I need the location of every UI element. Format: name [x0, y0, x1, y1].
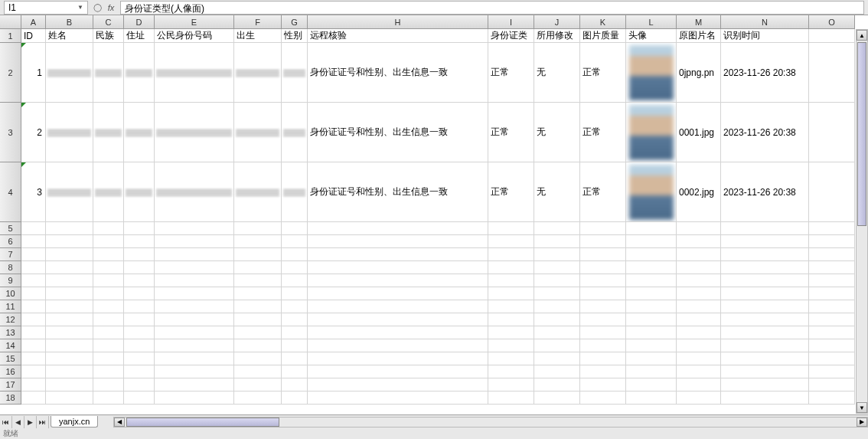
cell[interactable] — [809, 313, 855, 326]
cell[interactable] — [234, 235, 282, 248]
cell[interactable] — [234, 43, 282, 103]
cell[interactable]: 3 — [21, 162, 46, 222]
cell[interactable] — [721, 326, 809, 339]
cell[interactable]: 2023-11-26 20:38 — [721, 103, 809, 162]
cell[interactable]: 无 — [534, 103, 580, 162]
name-box[interactable]: I1 ▼ — [4, 1, 88, 15]
cell[interactable] — [155, 274, 234, 287]
cell[interactable] — [626, 313, 677, 326]
cell[interactable] — [93, 43, 124, 103]
cell[interactable] — [809, 326, 855, 339]
cell[interactable] — [282, 162, 308, 222]
column-header[interactable]: D — [124, 15, 155, 29]
cell[interactable] — [626, 378, 677, 391]
cell[interactable] — [534, 235, 580, 248]
cell[interactable] — [46, 222, 93, 235]
cell[interactable]: 图片质量 — [580, 29, 626, 43]
cell[interactable] — [234, 162, 282, 222]
cell[interactable]: 2023-11-26 20:38 — [721, 162, 809, 222]
row-header[interactable]: 7 — [0, 248, 21, 261]
cell[interactable] — [488, 365, 534, 378]
cell[interactable] — [580, 261, 626, 274]
scroll-left-arrow-icon[interactable]: ◀ — [114, 418, 125, 427]
cell[interactable]: 头像 — [626, 29, 677, 43]
cells-area[interactable]: ID姓名民族住址公民身份号码出生性别远程核验身份证类所用修改图片质量头像原图片名… — [21, 29, 855, 405]
cell[interactable] — [626, 248, 677, 261]
row-header[interactable]: 6 — [0, 235, 21, 248]
cell[interactable]: 2023-11-26 20:38 — [721, 43, 809, 103]
cell[interactable]: 正常 — [488, 162, 534, 222]
cell[interactable]: 无 — [534, 43, 580, 103]
cell[interactable] — [580, 313, 626, 326]
cell[interactable] — [21, 339, 46, 352]
cell[interactable] — [155, 352, 234, 365]
cell[interactable]: 1 — [21, 43, 46, 103]
cell[interactable] — [93, 162, 124, 222]
cell[interactable] — [809, 261, 855, 274]
cell[interactable] — [721, 391, 809, 405]
cell[interactable] — [677, 287, 721, 300]
cell[interactable] — [155, 222, 234, 235]
cell[interactable] — [234, 365, 282, 378]
cell[interactable] — [282, 287, 308, 300]
column-header[interactable]: M — [677, 15, 721, 29]
cell[interactable] — [677, 339, 721, 352]
column-header[interactable]: N — [721, 15, 809, 29]
cell[interactable] — [124, 235, 155, 248]
cell[interactable] — [234, 248, 282, 261]
cell[interactable] — [580, 391, 626, 405]
cell[interactable] — [809, 103, 855, 162]
cell[interactable] — [580, 339, 626, 352]
cell[interactable] — [308, 287, 488, 300]
cell[interactable] — [124, 103, 155, 162]
cell[interactable] — [124, 378, 155, 391]
cell[interactable]: 民族 — [93, 29, 124, 43]
cell[interactable] — [155, 300, 234, 313]
row-header[interactable]: 3 — [0, 103, 21, 162]
cell[interactable] — [534, 378, 580, 391]
cell[interactable] — [580, 248, 626, 261]
cell[interactable] — [124, 162, 155, 222]
cell[interactable] — [21, 326, 46, 339]
cell[interactable] — [534, 287, 580, 300]
cell[interactable] — [46, 313, 93, 326]
column-header[interactable]: K — [580, 15, 626, 29]
tab-nav-prev-icon[interactable]: ◀ — [12, 416, 24, 428]
cell[interactable] — [93, 391, 124, 405]
cell[interactable] — [46, 352, 93, 365]
cell[interactable] — [677, 235, 721, 248]
cell[interactable]: 住址 — [124, 29, 155, 43]
cell[interactable] — [282, 365, 308, 378]
cell[interactable] — [308, 274, 488, 287]
cell[interactable] — [488, 300, 534, 313]
cell[interactable] — [124, 222, 155, 235]
cell[interactable]: ID — [21, 29, 46, 43]
cell[interactable] — [580, 378, 626, 391]
cell[interactable] — [155, 162, 234, 222]
cell[interactable] — [534, 274, 580, 287]
row-header[interactable]: 13 — [0, 326, 21, 339]
cell[interactable] — [677, 248, 721, 261]
cell[interactable] — [677, 222, 721, 235]
cell[interactable] — [21, 365, 46, 378]
cell[interactable] — [534, 300, 580, 313]
cell[interactable] — [282, 300, 308, 313]
cell[interactable] — [677, 391, 721, 405]
cell[interactable] — [155, 287, 234, 300]
cell[interactable] — [721, 300, 809, 313]
cell[interactable] — [46, 261, 93, 274]
cell[interactable] — [809, 339, 855, 352]
cell[interactable] — [93, 261, 124, 274]
row-header[interactable]: 2 — [0, 43, 21, 103]
cell[interactable] — [809, 248, 855, 261]
cell[interactable]: 识别时间 — [721, 29, 809, 43]
cell[interactable] — [721, 313, 809, 326]
cell[interactable] — [626, 43, 677, 103]
cell[interactable]: 正常 — [580, 162, 626, 222]
cell[interactable] — [46, 378, 93, 391]
cell[interactable] — [308, 222, 488, 235]
cell[interactable] — [46, 274, 93, 287]
column-header[interactable]: J — [534, 15, 580, 29]
cell[interactable]: 性别 — [282, 29, 308, 43]
row-header[interactable]: 14 — [0, 339, 21, 352]
